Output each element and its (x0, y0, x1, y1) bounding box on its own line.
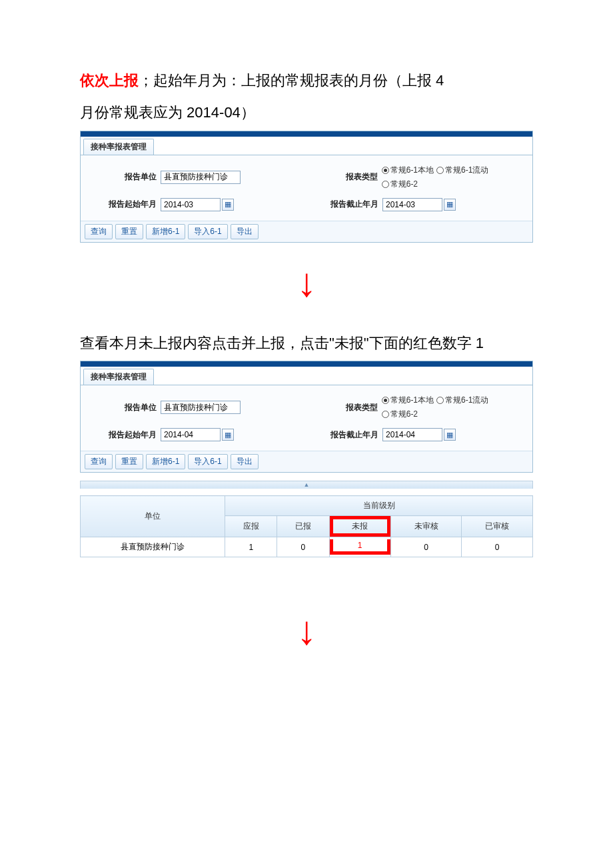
query-button[interactable]: 查询 (85, 454, 113, 469)
radio-type-62[interactable]: 常规6-2 (382, 179, 418, 190)
radio-dot-icon (382, 167, 389, 174)
instruction-heading: 依次上报；起始年月为：上报的常规报表的月份（上报 4 (80, 67, 533, 95)
calendar-icon[interactable]: ▦ (222, 199, 234, 211)
col-done: 已报 (277, 516, 329, 537)
label-start-month: 报告起始年月 (87, 199, 161, 210)
result-table: 单位 当前级别 应报 已报 未报 未审核 已审核 县直预防接种门诊 1 0 1 … (80, 495, 533, 557)
highlight-box: 未报 (330, 516, 390, 537)
query-button[interactable]: 查询 (85, 224, 113, 239)
mid-instruction-text: 查看本月未上报内容点击并上报，点击"未报"下面的红色数字 1 (80, 329, 533, 357)
heading-red-part: 依次上报 (80, 72, 139, 89)
cell-done: 0 (277, 537, 329, 557)
cell-unreviewed: 0 (390, 537, 462, 557)
tab-row: 接种率报表管理 (81, 367, 532, 385)
panel-topbar (81, 131, 532, 137)
cell-reviewed: 0 (462, 537, 533, 557)
toolbar: 查询 重置 新增6-1 导入6-1 导出 (81, 221, 532, 242)
radio-type-62[interactable]: 常规6-2 (382, 409, 418, 420)
tab-report-management[interactable]: 接种率报表管理 (83, 139, 154, 155)
report-unit-input[interactable] (161, 401, 241, 414)
col-missing-cell: 未报 (329, 516, 390, 537)
reset-button[interactable]: 重置 (115, 224, 143, 239)
end-month-input[interactable] (382, 428, 442, 441)
col-due: 应报 (225, 516, 277, 537)
toolbar: 查询 重置 新增6-1 导入6-1 导出 (81, 451, 532, 472)
col-unreviewed: 未审核 (390, 516, 462, 537)
add-61-button[interactable]: 新增6-1 (146, 224, 185, 239)
table-row: 县直预防接种门诊 1 0 1 0 0 (81, 537, 533, 557)
heading-colon: ； (139, 72, 153, 89)
heading-rest-2: 月份常规表应为 2014-04） (80, 99, 533, 127)
panel-topbar (81, 361, 532, 367)
label-end-month: 报告截止年月 (309, 429, 382, 441)
radio-dot-icon (382, 397, 389, 404)
calendar-icon[interactable]: ▦ (444, 199, 456, 211)
import-61-button[interactable]: 导入6-1 (188, 454, 227, 469)
start-month-input[interactable] (161, 428, 221, 441)
add-61-button[interactable]: 新增6-1 (146, 454, 185, 469)
highlight-box: 1 (330, 539, 390, 555)
label-report-type: 报表类型 (309, 402, 382, 413)
label-report-type: 报表类型 (309, 171, 382, 183)
radio-type-local[interactable]: 常规6-1本地 (382, 165, 434, 176)
col-unit: 单位 (81, 496, 225, 537)
label-report-unit: 报告单位 (87, 171, 161, 183)
reset-button[interactable]: 重置 (115, 454, 143, 469)
arrow-down-icon: ↓ (80, 611, 533, 651)
export-button[interactable]: 导出 (231, 454, 259, 469)
label-end-month: 报告截止年月 (309, 199, 382, 210)
calendar-icon[interactable]: ▦ (444, 429, 456, 441)
start-month-input[interactable] (161, 198, 221, 211)
radio-dot-icon (436, 167, 444, 174)
filter-panel-2: 接种率报表管理 报告单位 报表类型 常规6-1本地 常规6-1流动 常规6-2 … (80, 361, 533, 473)
tab-report-management[interactable]: 接种率报表管理 (83, 369, 154, 385)
cell-missing-wrap: 1 (329, 537, 390, 557)
cell-missing-link[interactable]: 1 (358, 541, 362, 550)
report-type-radio-group: 常规6-1本地 常规6-1流动 常规6-2 (382, 395, 526, 420)
radio-dot-icon (436, 397, 444, 404)
filter-panel-1: 接种率报表管理 报告单位 报表类型 常规6-1本地 常规6-1流动 常规6-2 … (80, 131, 533, 243)
calendar-icon[interactable]: ▦ (222, 429, 234, 441)
cell-unit: 县直预防接种门诊 (81, 537, 225, 557)
heading-rest-1: 起始年月为：上报的常规报表的月份（上报 4 (153, 72, 444, 89)
arrow-down-icon: ↓ (80, 263, 533, 303)
export-button[interactable]: 导出 (231, 224, 259, 239)
report-type-radio-group: 常规6-1本地 常规6-1流动 常规6-2 (382, 165, 526, 190)
label-report-unit: 报告单位 (87, 402, 161, 413)
report-unit-input[interactable] (161, 171, 241, 184)
col-group-current-level: 当前级别 (225, 496, 533, 516)
label-start-month: 报告起始年月 (87, 429, 161, 441)
col-missing: 未报 (352, 521, 368, 531)
cell-due: 1 (225, 537, 277, 557)
radio-type-local[interactable]: 常规6-1本地 (382, 395, 434, 406)
tab-row: 接种率报表管理 (81, 137, 532, 155)
radio-dot-icon (382, 181, 389, 188)
radio-dot-icon (382, 411, 389, 418)
form-area: 报告单位 报表类型 常规6-1本地 常规6-1流动 常规6-2 报告起始年月 ▦… (81, 155, 532, 221)
col-reviewed: 已审核 (462, 516, 533, 537)
radio-type-float[interactable]: 常规6-1流动 (436, 395, 488, 406)
import-61-button[interactable]: 导入6-1 (188, 224, 227, 239)
form-area: 报告单位 报表类型 常规6-1本地 常规6-1流动 常规6-2 报告起始年月 ▦… (81, 385, 532, 451)
end-month-input[interactable] (382, 198, 442, 211)
radio-type-float[interactable]: 常规6-1流动 (436, 165, 488, 176)
collapse-handle[interactable]: ▲ (80, 481, 533, 489)
